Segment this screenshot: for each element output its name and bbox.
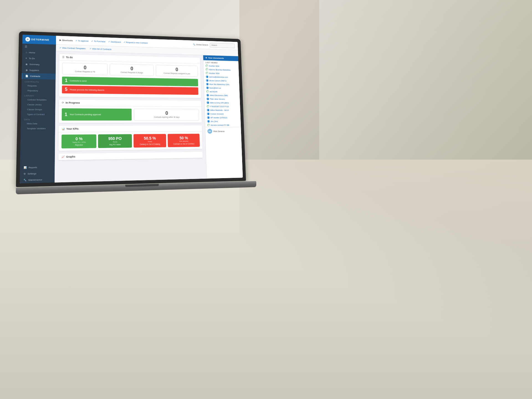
todo-section-title: To do [66,56,73,59]
doc-item-avatar-11: 📄 [207,105,209,108]
doc-item-12[interactable]: 👤Milton Mashelle - 08/16 [205,108,240,112]
sidebar-item-summary[interactable]: ◉ Summary [22,61,56,68]
reports-icon: 📊 [24,166,27,169]
doc-item-10[interactable]: 👤Allen & Ovry (SPLABO) [204,101,240,104]
doc-item-8[interactable]: 👤Allied Electronics (586) [204,93,240,98]
count-number-1: 0 [112,66,151,71]
todo-section-body: 0 Contract Requests to Fill 0 Contract R… [59,60,201,98]
kpi-card-3: 50 % 34% Monthly Contract vs Out of Cont… [168,134,200,147]
progress-count-0: 1 [65,112,67,117]
in-progress-btn-0[interactable]: 1 Your Contracts pending approval [62,108,132,121]
sidebar-sub-types-of-contract[interactable]: Types of Contract [21,112,55,117]
count-label-0: Contract Requests to Fill [65,70,105,73]
todo-action-btn-1[interactable]: 5 Please process the following Awards [62,86,198,95]
content-area: ☰ To do 0 Contract Requests to Fill [55,51,206,183]
sidebar-item-reports[interactable]: 📊 Reports [20,164,55,171]
tick-icon-5: ✓ [59,47,61,49]
subnav-view-templates[interactable]: ✓ View Contract Templates [59,47,85,50]
kpi-header: 📊 Your KPIs [59,125,202,132]
contracts-section-label: CONTRACTS [22,79,56,84]
sidebar-item-todo[interactable]: ≡ To Do [22,55,56,62]
doc-item-13[interactable]: 👤Conner (Conner) [205,112,240,116]
tick-icon-1: ✓ [76,39,78,42]
doc-item-14[interactable]: 👤HP reseller (24TAS2) [205,116,241,119]
doc-item-avatar-10: 👤 [207,101,209,104]
kpi-card-2: 50.5 % Yearly Catalog vs Out of Catalog [133,134,166,147]
sidebar-sub-contract-templates[interactable]: Contract Templates [21,97,56,102]
doc-item-9[interactable]: 👤Plain Jane Servers [204,97,240,101]
doc-item-avatar-8: 👤 [206,94,209,97]
doc-item-15[interactable]: 👤Jim (Jim) [205,119,241,123]
kpi-value-1: 950 PO [100,136,130,140]
doc-item-16[interactable]: 📄Service contract FY BB [205,123,241,127]
action-btn-count-0: 1 [65,78,67,83]
doc-item-label-13: Conner (Conner) [210,113,224,115]
kpi-section: 📊 Your KPIs 0 % Yearly (% > 15%) Rejecti… [58,125,203,151]
subnav-view-list[interactable]: ✓ View list of Contracts [89,47,111,50]
todo-count-row: 0 Contract Requests to Fill 0 Contract R… [62,63,198,77]
shortcut-to-purchase[interactable]: ✓ To Purchase [91,40,106,43]
doc-item-label-14: HP reseller (24TAS2) [210,117,227,119]
doc-item-label-11: IT BUDGET 2015 FY20 [210,105,229,107]
home-icon: ⌂ [26,51,27,54]
kpi-card-0: 0 % Yearly (% > 15%) Rejection [62,134,96,149]
doc-item-avatar-13: 👤 [207,112,210,115]
sidebar-item-suppliers[interactable]: ◑ Suppliers [22,67,56,74]
sidebar-sub-clause-groups[interactable]: Clause Groups [21,107,55,112]
doc-item-7[interactable]: 📄wt234245 [204,89,240,94]
kpi-label-1: Avg PO Value [100,143,130,145]
kpi-sub-3: 34% Monthly [170,140,198,142]
document-list: 📄Another NDA📄NDA for BlueSky Marketing📄A… [203,64,241,127]
sidebar-item-contracts[interactable]: 📄 Contracts [22,73,56,80]
app-layout: D DETERMINE ☰ ⌂ Home ≡ T [20,35,243,183]
shortcut-dashboard[interactable]: ✓ Dashboard [108,40,121,43]
doc-item-11[interactable]: 📄IT BUDGET 2015 FY20 [204,104,240,108]
graphs-section: 📈 Graphs [58,152,203,160]
sidebar-sub-clause-library[interactable]: Clause Library [21,102,55,107]
right-panel: ★ Your documents Last Viewed 📄Another ND… [203,55,243,178]
tick-icon-4: ✓ [124,41,126,44]
contracts-icon: 📄 [25,75,28,77]
data-section-label: DATA [21,117,55,121]
doc-item-avatar-9: 👤 [206,98,209,100]
laptop-screen: D DETERMINE ☰ ⌂ Home ≡ T [20,35,243,183]
count-label-2: Contract Requests assigned to you [158,72,196,75]
progress-label-1: Contracts expiring within 30 days [136,116,196,118]
count-number-2: 0 [158,67,195,72]
laptop-bezel: D DETERMINE ☰ ⌂ Home ≡ T [16,31,246,187]
count-card-2: 0 Contract Requests assigned to you [155,65,198,77]
todo-action-btn-0[interactable]: 1 Contracts to send [62,77,198,86]
doc-item-avatar-6: 👤 [206,86,209,89]
shortcuts-title: ▶ Shortcuts [60,39,73,42]
count-card-0: 0 Contract Requests to Fill [62,63,108,75]
sidebar-sub-meta-data[interactable]: Meta Data [21,121,55,126]
graphs-icon: 📈 [61,155,65,158]
kpi-title: Your KPIs [66,127,79,130]
doc-item-avatar-7: 📄 [206,90,209,93]
progress-number-1: 0 [136,111,196,116]
sidebar-item-settings[interactable]: ⚙ Settings [20,170,55,177]
kpi-value-2: 50.5 % [135,136,164,140]
todo-section: ☰ To do 0 Contract Requests to Fill [59,54,201,98]
search-input[interactable] [210,43,235,48]
sidebar-sub-requests[interactable]: Requests [22,83,56,88]
sidebar-bottom: 📊 Reports ⚙ Settings 🔧 Maintenance [20,164,55,183]
in-progress-section: ⟳ In Progress 1 Your Contracts pending a… [59,100,202,123]
shortcuts-arrow: ▶ [60,39,61,41]
sidebar-sub-template-variables[interactable]: Template Variables [21,126,55,131]
graphs-title: Graphs [66,155,75,158]
app-title: DETERMINE [31,38,49,41]
kpi-sub-2: Yearly [135,140,164,142]
sidebar-sub-repository[interactable]: Repository [21,88,55,93]
count-number-0: 0 [65,65,105,70]
tick-icon-6: ✓ [89,47,91,50]
shortcut-to-approve[interactable]: ✓ To approve [76,39,89,42]
shortcut-request-contract[interactable]: ✓ Request a new Contract [124,41,148,44]
doc-item-label-2: Another NDA [209,72,219,74]
doc-item-label-3: igneva@determine.com [209,76,228,78]
logo-icon: D [25,37,30,42]
user-avatar: RG [207,129,212,134]
sidebar-item-maintenance[interactable]: 🔧 Maintenance [20,176,55,183]
doc-item-label-1: NDA for BlueSky Marketing [209,68,231,71]
kpi-sub-1: Yearly [100,141,130,143]
